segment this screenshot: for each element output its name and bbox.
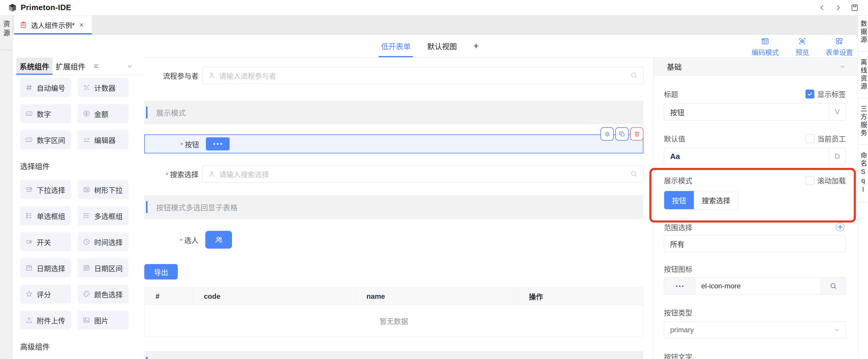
- palette-component-card[interactable]: 颜色选择: [78, 284, 129, 304]
- search-icon: [630, 72, 638, 79]
- svg-text:123: 123: [27, 113, 31, 115]
- palette-component-card[interactable]: 图片: [78, 311, 129, 330]
- search-select-input[interactable]: 请输入搜索选择: [202, 165, 644, 183]
- close-icon[interactable]: [79, 22, 85, 28]
- add-view-button[interactable]: +: [473, 35, 479, 57]
- palette-component-card[interactable]: 时间选择: [78, 232, 129, 251]
- palette-component-card[interactable]: 1~3数字区间: [20, 130, 71, 149]
- property-inspector: 基础 标题 显示标签: [653, 58, 858, 359]
- export-button[interactable]: 导出: [144, 264, 178, 279]
- current-employee-checkbox[interactable]: 当前员工: [805, 133, 846, 144]
- checkbox-unchecked[interactable]: [805, 134, 814, 143]
- nav-back-icon[interactable]: [818, 4, 826, 11]
- editor-icon: A: [83, 136, 90, 144]
- palette-scroll-area[interactable]: 自动编号计数器123数字金额1~3数字区间A编辑器选择组件下拉选择树形下拉单选框…: [12, 75, 142, 359]
- canvas-toolbar: 低开表单 默认视图 + 编码模式预览表单设置: [142, 35, 858, 58]
- copy-button[interactable]: [615, 127, 629, 141]
- field-label: 按钮: [145, 139, 203, 149]
- tab-extended-components[interactable]: 扩展组件: [53, 58, 89, 75]
- users-icon: [214, 235, 223, 245]
- document-icon: [20, 21, 27, 29]
- selected-button-field[interactable]: 按钮: [144, 134, 644, 154]
- table-column-header: code: [193, 288, 355, 305]
- save-icon[interactable]: [850, 3, 859, 12]
- title-input[interactable]: 按钮 V: [664, 103, 846, 120]
- checkbox-checked-icon[interactable]: [805, 90, 814, 99]
- palette-component-card[interactable]: 附件上传: [20, 311, 71, 330]
- default-value-label: 默认值: [664, 133, 685, 144]
- tab-lowcode-form[interactable]: 低开表单: [381, 35, 411, 57]
- scroll-load-checkbox[interactable]: 滚动加载: [805, 175, 846, 186]
- pick-person-button[interactable]: [205, 231, 232, 249]
- palette-component-card[interactable]: 自动编号: [20, 78, 71, 97]
- check-list-icon: [83, 212, 90, 220]
- show-label-checkbox[interactable]: 显示标签: [805, 89, 846, 99]
- table-column-header: 操作: [518, 288, 643, 305]
- copy-icon: [619, 131, 626, 138]
- palette-component-label: 日期区间: [94, 263, 123, 273]
- document-tab[interactable]: 选人组件示例*: [14, 16, 92, 34]
- palette-component-card[interactable]: 金额: [78, 104, 129, 123]
- sidebar-item-1[interactable]: 离线资源: [860, 59, 866, 91]
- sidebar-item-3[interactable]: 命名Sql: [860, 152, 866, 195]
- title-suffix[interactable]: V: [829, 104, 845, 120]
- palette-component-card[interactable]: A编辑器: [78, 130, 129, 149]
- chevron-down-icon[interactable]: [126, 63, 133, 70]
- palette-component-card[interactable]: 多选框组: [78, 206, 129, 225]
- settings-button[interactable]: [600, 127, 614, 141]
- tab-default-view[interactable]: 默认视图: [427, 35, 457, 57]
- palette-component-card[interactable]: 计数器: [78, 78, 129, 97]
- palette-section-heading: 选择组件: [20, 161, 134, 171]
- default-value-suffix[interactable]: D: [829, 148, 845, 165]
- sidebar-item-2[interactable]: 三方服务: [860, 105, 866, 137]
- group-button-text: 按钮文字: [664, 351, 846, 359]
- palette-component-label: 开关: [37, 237, 51, 247]
- palette-component-card[interactable]: 评分: [20, 284, 71, 304]
- palette-component-label: 多选框组: [94, 211, 123, 221]
- delete-button[interactable]: [630, 127, 644, 141]
- palette-component-card[interactable]: 树形下拉: [78, 180, 129, 199]
- palette-component-card[interactable]: 单选框组: [20, 206, 71, 225]
- icon-preview-more[interactable]: [664, 278, 695, 294]
- code-mode-icon: [761, 37, 769, 46]
- field-participant: 流程参与者 请输入流程参与者: [144, 67, 644, 84]
- toggle-search-mode[interactable]: 搜索选择: [694, 191, 738, 209]
- search-select-placeholder: 请输入搜索选择: [219, 169, 269, 179]
- inspector-section-basic[interactable]: 基础: [653, 58, 858, 76]
- toggle-button-mode[interactable]: 按钮: [664, 191, 694, 209]
- section-button-mode-table: 按钮模式多选回显子表格: [144, 195, 644, 219]
- palette-component-card[interactable]: 开关: [20, 232, 71, 251]
- list-icon[interactable]: [93, 63, 99, 70]
- strip-divider: [0, 50, 12, 50]
- palette-component-card[interactable]: 123数字: [20, 104, 71, 123]
- palette-component-card[interactable]: 下拉选择: [20, 180, 71, 199]
- checkbox-unchecked[interactable]: [805, 176, 814, 185]
- form-canvas[interactable]: 流程参与者 请输入流程参与者 展示模式: [142, 58, 653, 359]
- yen-circle-icon: [83, 110, 90, 117]
- add-circle-icon[interactable]: [835, 221, 846, 232]
- palette-component-card[interactable]: 日期选择: [20, 258, 71, 277]
- left-activity-strip: 资源: [0, 16, 12, 359]
- search-icon: [830, 282, 837, 290]
- participant-input[interactable]: 请输入流程参与者: [202, 67, 644, 84]
- palette-component-card[interactable]: 日期区间: [78, 258, 129, 277]
- default-value-input[interactable]: Aa D: [664, 148, 846, 165]
- more-button[interactable]: [206, 137, 229, 150]
- toolbar-action-preview[interactable]: 预览: [796, 37, 809, 57]
- nav-forward-icon[interactable]: [834, 4, 842, 11]
- right-activity-strip: 数据源离线资源三方服务命名Sql: [858, 16, 868, 359]
- toolbar-action-form-settings[interactable]: 表单设置: [826, 37, 853, 57]
- sidebar-item-0[interactable]: 数据源: [860, 20, 866, 44]
- tab-system-components[interactable]: 系统组件: [16, 58, 53, 75]
- range-select-input[interactable]: 所有: [664, 235, 846, 252]
- app-logo-icon: [8, 3, 17, 12]
- toolbar-action-code-mode[interactable]: 编码模式: [751, 37, 779, 57]
- view-tabs: 低开表单 默认视图 +: [381, 35, 479, 57]
- sidebar-item-resources[interactable]: 资源: [1, 20, 11, 38]
- button-type-select[interactable]: primary: [664, 321, 846, 338]
- button-icon-input[interactable]: el-icon-more: [664, 277, 846, 295]
- person-icon: [208, 72, 216, 79]
- table-column-header: #: [145, 288, 193, 305]
- icon-search-button[interactable]: [821, 278, 845, 294]
- gear-icon: [604, 131, 611, 138]
